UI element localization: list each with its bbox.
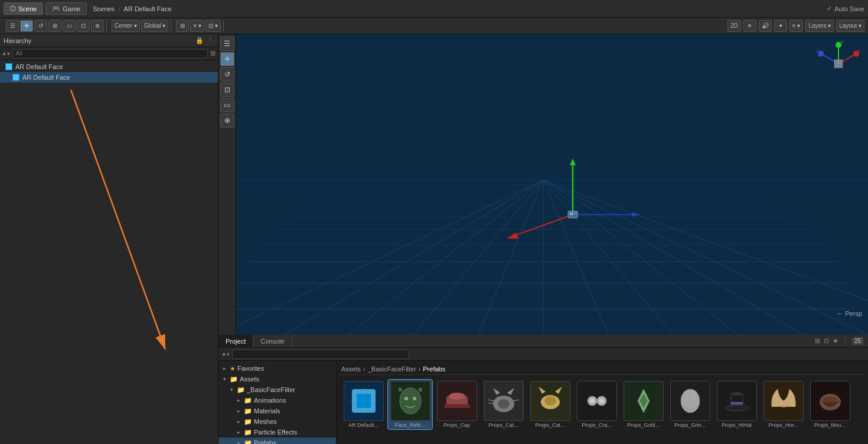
folder-icon-animations: 📁: [244, 397, 252, 404]
folder-icon-prefabs: 📁: [244, 439, 252, 445]
hierarchy-item-ar-default-face-root[interactable]: AR Default Face: [0, 61, 218, 72]
svg-rect-53: [419, 388, 422, 391]
hierarchy-view-icon[interactable]: ⊞: [210, 50, 216, 57]
snap-btn[interactable]: ⊞: [176, 20, 189, 32]
grid-dropdown[interactable]: ⊟ ▾: [205, 20, 221, 32]
scale-tool[interactable]: ⊞: [48, 20, 61, 32]
svg-rect-55: [444, 404, 470, 408]
asset-props-cat1[interactable]: Props_Cat...: [481, 380, 526, 429]
hand-strip-btn[interactable]: ☰: [220, 37, 234, 51]
tree-item-meshes[interactable]: ▸ 📁 Meshes: [218, 416, 336, 427]
tab-scene[interactable]: ⬡ Scene: [4, 2, 43, 15]
asset-face-refe[interactable]: Face_Refe...: [388, 380, 432, 429]
snap-tools: ⊞ ≡ ▾ ⊟ ▾: [174, 20, 223, 32]
svg-marker-60: [507, 388, 514, 395]
asset-props-gobl[interactable]: Props_Gobl...: [621, 380, 665, 429]
asset-thumb-props-gobl: [624, 381, 664, 421]
scene-gizmo[interactable]: Y X Z: [815, 40, 862, 87]
bottom-panel-icon2[interactable]: ⊡: [824, 337, 829, 345]
tree-item-prefabs[interactable]: ▸ 📁 Prefabs: [218, 438, 336, 444]
bottom-panel-icon4[interactable]: ⋮: [842, 337, 849, 345]
asset-ar-default[interactable]: AR Default...: [341, 380, 386, 429]
transform-tools: ☰ ✛ ↺ ⊞ ▭ ⊡ ⊕: [4, 20, 107, 32]
bottom-panel-icon3[interactable]: ★: [833, 337, 838, 345]
move-tool[interactable]: ✛: [20, 20, 33, 32]
asset-label-props-cat1: Props_Cat...: [482, 422, 524, 428]
tree-item-animations[interactable]: ▸ 📁 Animations: [218, 395, 336, 406]
asset-props-cap[interactable]: Props_Cap: [435, 380, 479, 429]
ar-default-face-link[interactable]: AR Default Face: [124, 5, 172, 12]
light-toggle[interactable]: ☀: [743, 20, 756, 32]
hierarchy-search-input[interactable]: [12, 49, 208, 58]
tree-item-particle-effects[interactable]: ▸ 📁 Particle Effects: [218, 427, 336, 438]
scene-3d-viewport[interactable]: Y X Z ← Persp: [218, 34, 868, 335]
rotate-strip-btn[interactable]: ↺: [220, 67, 234, 81]
tab-game[interactable]: 🎮 Game: [45, 2, 87, 15]
asset-count-badge: 25: [852, 337, 863, 345]
persp-label: ← Persp: [837, 310, 862, 317]
asset-props-hihat[interactable]: Props_HiHat: [714, 380, 759, 429]
asset-props-cat2[interactable]: Props_Cat...: [528, 380, 572, 429]
hierarchy-add-button[interactable]: +▾: [2, 50, 10, 57]
tab-console[interactable]: Console: [253, 335, 292, 348]
tree-item-assets[interactable]: ▾ 📁 Assets: [218, 374, 336, 384]
svg-text:X: X: [857, 48, 861, 53]
layout-dropdown[interactable]: Layout ▾: [836, 20, 864, 32]
svg-point-82: [823, 397, 837, 403]
svg-rect-80: [731, 402, 743, 404]
project-search-input[interactable]: [232, 350, 409, 359]
layers-dropdown[interactable]: Layers ▾: [805, 20, 834, 32]
asset-props-grin[interactable]: Props_Grin...: [668, 380, 712, 429]
tab-project[interactable]: Project: [218, 335, 253, 348]
lock-icon[interactable]: 🔒: [195, 37, 204, 45]
hand-tool[interactable]: ☰: [6, 20, 19, 32]
svg-rect-44: [834, 60, 843, 68]
svg-marker-59: [493, 388, 500, 395]
svg-point-49: [400, 388, 421, 414]
scene-icon: ⬡: [10, 5, 16, 12]
cube-icon: [5, 63, 13, 71]
custom-tool[interactable]: ⊕: [91, 20, 104, 32]
rect-tool[interactable]: ▭: [63, 20, 76, 32]
asset-thumb-props-cat2: [530, 381, 570, 421]
bottom-tab-bar: Project Console ⊞ ⊡ ★ ⋮ 25: [218, 335, 868, 348]
bottom-panel-icon1[interactable]: ⊞: [815, 337, 820, 345]
transform-tool[interactable]: ⊡: [77, 20, 90, 32]
pivot-dropdown[interactable]: Center ▾: [112, 20, 140, 32]
hierarchy-item-ar-default-face-child[interactable]: AR Default Face: [0, 72, 218, 83]
svg-point-78: [725, 405, 749, 411]
svg-point-58: [498, 399, 510, 409]
scenes-link[interactable]: Scenes: [93, 5, 115, 12]
asset-props-cra[interactable]: Props_Cra...: [575, 380, 619, 429]
scale-strip-btn[interactable]: ⊡: [220, 83, 234, 97]
folder-icon-materials: 📁: [244, 407, 252, 415]
scene-view-dropdown[interactable]: ≡ ▾: [789, 20, 804, 32]
tree-item-materials[interactable]: ▸ 📁 Materials: [218, 406, 336, 416]
svg-line-61: [488, 400, 494, 401]
right-area: ☰ ✛ ↺ ⊡ ▭ ⊕: [218, 34, 868, 444]
expand-arrow-animations: ▸: [237, 397, 242, 403]
scene-viewport-area[interactable]: ☰ ✛ ↺ ⊡ ▭ ⊕: [218, 34, 868, 335]
tree-item-favorites[interactable]: ▸ ★ Favorites: [218, 363, 336, 374]
asset-props-hor[interactable]: Props_Hor...: [761, 380, 805, 429]
more-icon[interactable]: ⋮: [206, 37, 214, 45]
fx-toggle[interactable]: ✦: [774, 20, 787, 32]
asset-label-props-gobl: Props_Gobl...: [622, 422, 664, 428]
breadcrumb-prefabs[interactable]: Prefabs: [423, 365, 445, 373]
audio-toggle[interactable]: 🔊: [759, 20, 772, 32]
rotate-tool[interactable]: ↺: [34, 20, 47, 32]
custom-strip-btn[interactable]: ⊕: [220, 113, 234, 128]
bottom-panel: Project Console ⊞ ⊡ ★ ⋮ 25 +▾: [218, 335, 868, 444]
global-dropdown[interactable]: Global ▾: [141, 20, 169, 32]
snap-dropdown[interactable]: ≡ ▾: [190, 20, 204, 32]
tree-item-basicfacefilter[interactable]: ▾ 📁 _BasicFaceFilter: [218, 384, 336, 395]
bottom-content: ▸ ★ Favorites ▾ 📁 Assets ▾ 📁 _BasicFaceF…: [218, 361, 868, 444]
breadcrumb-basicfacefilter[interactable]: _BasicFaceFilter: [368, 365, 416, 373]
asset-thumb-props-cra: [577, 381, 617, 421]
move-strip-btn[interactable]: ✛: [220, 52, 234, 66]
rect-strip-btn[interactable]: ▭: [220, 98, 234, 112]
bottom-add-button[interactable]: +▾: [222, 351, 230, 358]
breadcrumb-assets[interactable]: Assets: [341, 365, 361, 373]
2d-toggle[interactable]: 2D: [727, 20, 741, 32]
asset-props-mou[interactable]: Props_Mou...: [808, 380, 852, 429]
